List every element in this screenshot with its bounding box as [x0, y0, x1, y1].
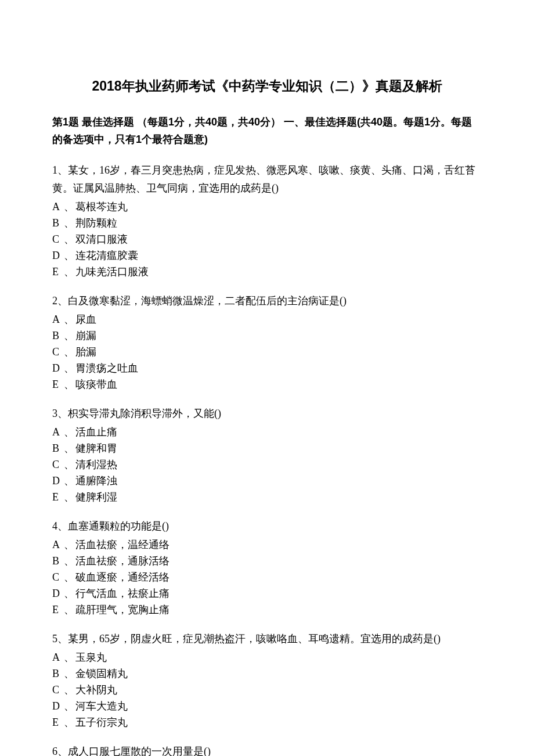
option-separator: 、	[64, 201, 74, 213]
option-a: A、葛根芩连丸	[52, 199, 482, 215]
option-separator: 、	[64, 426, 74, 438]
option-separator: 、	[64, 442, 74, 454]
option-separator: 、	[64, 684, 74, 696]
option-d: D、通腑降浊	[52, 473, 482, 489]
option-c: C、破血逐瘀，通经活络	[52, 570, 482, 586]
option-separator: 、	[64, 250, 74, 261]
option-separator: 、	[64, 217, 74, 229]
option-c: C、双清口服液	[52, 232, 482, 248]
question-6: 6、成人口服七厘散的一次用量是() A、0.3~0.5g B、1.0~1.5g …	[52, 743, 482, 756]
option-separator: 、	[64, 668, 74, 679]
option-separator: 、	[64, 539, 74, 550]
option-label: C	[52, 570, 64, 586]
option-text: 健脾和胃	[75, 442, 117, 454]
question-stem: 5、某男，65岁，阴虚火旺，症见潮热盗汗，咳嗽咯血、耳鸣遗精。宜选用的成药是()	[52, 630, 482, 648]
option-text: 胃溃疡之吐血	[75, 362, 138, 374]
option-label: B	[52, 215, 64, 232]
option-separator: 、	[64, 379, 74, 390]
option-separator: 、	[64, 588, 74, 599]
option-text: 通腑降浊	[75, 475, 117, 487]
option-e: E、咳痰带血	[52, 377, 482, 393]
option-separator: 、	[64, 459, 74, 470]
document-title: 2018年执业药师考试《中药学专业知识（二）》真题及解析	[52, 75, 482, 97]
option-label: B	[52, 441, 64, 457]
question-stem: 3、枳实导滞丸除消积导滞外，又能()	[52, 405, 482, 423]
option-separator: 、	[64, 700, 74, 712]
question-stem: 4、血塞通颗粒的功能是()	[52, 517, 482, 535]
option-text: 金锁固精丸	[75, 668, 128, 679]
option-d: D、行气活血，祛瘀止痛	[52, 586, 482, 602]
option-label: A	[52, 537, 64, 553]
option-label: B	[52, 328, 64, 344]
option-e: E、五子衍宗丸	[52, 715, 482, 731]
option-separator: 、	[64, 604, 74, 615]
question-5: 5、某男，65岁，阴虚火旺，症见潮热盗汗，咳嗽咯血、耳鸣遗精。宜选用的成药是()…	[52, 630, 482, 731]
option-separator: 、	[64, 266, 74, 278]
option-c: C、胎漏	[52, 344, 482, 361]
option-d: D、胃溃疡之吐血	[52, 361, 482, 377]
option-a: A、活血祛瘀，温经通络	[52, 537, 482, 553]
option-d: D、连花清瘟胶囊	[52, 248, 482, 264]
question-4: 4、血塞通颗粒的功能是() A、活血祛瘀，温经通络 B、活血祛瘀，通脉活络 C、…	[52, 517, 482, 618]
option-e: E、九味羌活口服液	[52, 264, 482, 280]
option-label: E	[52, 489, 64, 506]
option-separator: 、	[64, 233, 74, 245]
question-3: 3、枳实导滞丸除消积导滞外，又能() A、活血止痛 B、健脾和胃 C、清利湿热 …	[52, 405, 482, 506]
option-separator: 、	[64, 362, 74, 374]
option-text: 双清口服液	[75, 233, 128, 245]
option-separator: 、	[64, 346, 74, 358]
option-label: D	[52, 361, 64, 377]
option-text: 河车大造丸	[75, 700, 128, 712]
option-separator: 、	[64, 555, 74, 567]
option-text: 破血逐瘀，通经活络	[75, 571, 169, 583]
option-label: A	[52, 424, 64, 441]
option-label: C	[52, 344, 64, 361]
option-label: A	[52, 199, 64, 215]
option-text: 活血止痛	[75, 426, 117, 438]
option-text: 葛根芩连丸	[75, 201, 128, 213]
question-stem: 1、某女，16岁，春三月突患热病，症见发热、微恶风寒、咳嗽、痰黄、头痛、口渴，舌…	[52, 161, 482, 197]
option-label: C	[52, 232, 64, 248]
option-b: B、崩漏	[52, 328, 482, 344]
option-separator: 、	[64, 491, 74, 503]
option-a: A、尿血	[52, 312, 482, 328]
option-text: 胎漏	[75, 346, 96, 358]
option-text: 活血祛瘀，温经通络	[75, 539, 169, 550]
option-label: C	[52, 682, 64, 699]
option-text: 尿血	[75, 314, 96, 325]
option-d: D、河车大造丸	[52, 699, 482, 715]
option-label: B	[52, 666, 64, 682]
option-b: B、活血祛瘀，通脉活络	[52, 553, 482, 570]
option-text: 健脾利湿	[75, 491, 117, 503]
option-text: 连花清瘟胶囊	[75, 250, 138, 261]
option-label: A	[52, 650, 64, 666]
option-text: 荆防颗粒	[75, 217, 117, 229]
option-a: A、玉泉丸	[52, 650, 482, 666]
option-e: E、疏肝理气，宽胸止痛	[52, 602, 482, 618]
option-text: 崩漏	[75, 330, 96, 341]
option-e: E、健脾利湿	[52, 489, 482, 506]
option-label: B	[52, 553, 64, 570]
option-c: C、清利湿热	[52, 457, 482, 473]
question-stem: 2、白及微寒黏涩，海螵蛸微温燥涩，二者配伍后的主治病证是()	[52, 292, 482, 310]
question-stem: 6、成人口服七厘散的一次用量是()	[52, 743, 482, 756]
option-separator: 、	[64, 651, 74, 663]
option-b: B、金锁固精丸	[52, 666, 482, 682]
option-text: 玉泉丸	[75, 651, 107, 663]
option-text: 九味羌活口服液	[75, 266, 149, 278]
option-b: B、健脾和胃	[52, 441, 482, 457]
option-label: E	[52, 715, 64, 731]
option-text: 清利湿热	[75, 459, 117, 470]
option-label: C	[52, 457, 64, 473]
option-text: 五子衍宗丸	[75, 717, 128, 728]
option-label: E	[52, 264, 64, 280]
option-c: C、大补阴丸	[52, 682, 482, 699]
document-page: 2018年执业药师考试《中药学专业知识（二）》真题及解析 第1题 最佳选择题 （…	[0, 0, 534, 756]
option-label: D	[52, 586, 64, 602]
option-text: 行气活血，祛瘀止痛	[75, 588, 169, 599]
option-separator: 、	[64, 314, 74, 325]
option-label: D	[52, 248, 64, 264]
option-text: 活血祛瘀，通脉活络	[75, 555, 169, 567]
option-separator: 、	[64, 330, 74, 341]
option-separator: 、	[64, 571, 74, 583]
